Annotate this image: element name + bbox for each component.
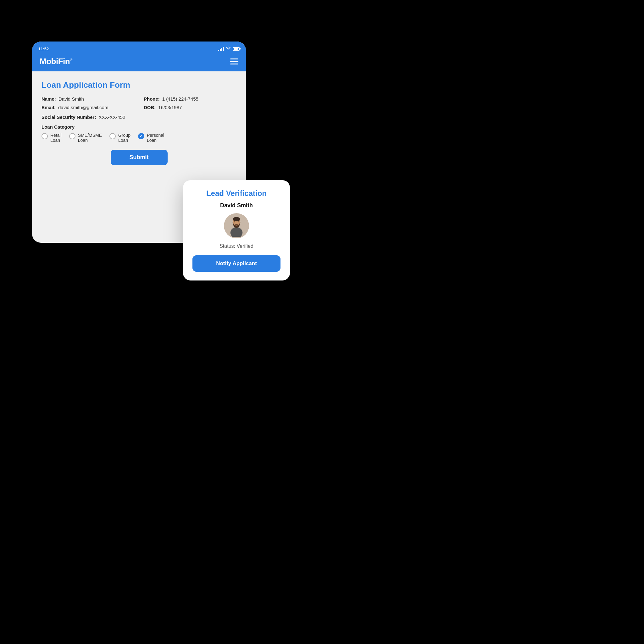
- avatar: [224, 213, 249, 238]
- loan-option-retail-label: RetailLoan: [50, 133, 62, 143]
- email-field-row: Email: david.smith@gmail.com: [42, 105, 134, 110]
- name-label: Name:: [42, 96, 56, 102]
- status-time: 11:52: [38, 47, 49, 51]
- form-fields-grid: Name: David Smith Phone: 1 (415) 224-745…: [42, 96, 236, 110]
- wifi-icon: [226, 47, 231, 51]
- email-label: Email:: [42, 105, 56, 110]
- email-value: david.smith@gmail.com: [58, 105, 108, 110]
- submit-button[interactable]: Submit: [111, 150, 168, 165]
- name-value: David Smith: [58, 96, 84, 102]
- radio-retail[interactable]: [42, 133, 48, 139]
- loan-option-group-label: GroupLoan: [118, 133, 130, 143]
- loan-option-sme-label: SME/MSMELoan: [78, 133, 102, 143]
- app-header: MobiFin®: [32, 53, 246, 71]
- hamburger-menu[interactable]: [230, 58, 238, 64]
- loan-option-personal[interactable]: PersonalLoan: [138, 133, 164, 143]
- signal-icon: [218, 47, 224, 51]
- svg-point-6: [234, 221, 236, 223]
- lead-verification-card: Lead Verification David Smith: [183, 180, 290, 280]
- phone-label: Phone:: [144, 96, 160, 102]
- radio-personal[interactable]: [138, 133, 144, 139]
- loan-category-label: Loan Category: [42, 124, 236, 130]
- radio-sme[interactable]: [69, 133, 75, 139]
- loan-option-retail[interactable]: RetailLoan: [42, 133, 62, 143]
- ssn-field-row: Social Security Number: XXX-XX-452: [42, 114, 236, 120]
- status-icons: [218, 47, 240, 51]
- radio-group[interactable]: [109, 133, 116, 139]
- loan-option-sme[interactable]: SME/MSMELoan: [69, 133, 102, 143]
- battery-icon: [233, 47, 240, 51]
- loan-options: RetailLoan SME/MSMELoan GroupLoan Person…: [42, 133, 236, 143]
- lead-verification-name: David Smith: [192, 202, 280, 209]
- status-bar: 11:52: [32, 42, 246, 53]
- name-field-row: Name: David Smith: [42, 96, 134, 102]
- dob-field-row: DOB: 16/03/1987: [144, 105, 236, 110]
- app-logo: MobiFin®: [40, 57, 72, 66]
- ssn-value: XXX-XX-452: [98, 114, 125, 120]
- submit-row: Submit: [42, 150, 236, 165]
- loan-option-group[interactable]: GroupLoan: [109, 133, 130, 143]
- phone-value: 1 (415) 224-7455: [162, 96, 198, 102]
- svg-point-5: [233, 217, 240, 221]
- ssn-label: Social Security Number:: [42, 114, 96, 120]
- form-container: Loan Application Form Name: David Smith …: [32, 71, 246, 173]
- notify-applicant-button[interactable]: Notify Applicant: [192, 255, 280, 272]
- dob-value: 16/03/1987: [158, 105, 182, 110]
- phone-field-row: Phone: 1 (415) 224-7455: [144, 96, 236, 102]
- svg-point-7: [238, 221, 239, 223]
- form-title: Loan Application Form: [42, 80, 236, 90]
- dob-label: DOB:: [144, 105, 156, 110]
- lead-status: Status: Verified: [192, 243, 280, 249]
- lead-verification-title: Lead Verification: [192, 189, 280, 198]
- loan-option-personal-label: PersonalLoan: [147, 133, 164, 143]
